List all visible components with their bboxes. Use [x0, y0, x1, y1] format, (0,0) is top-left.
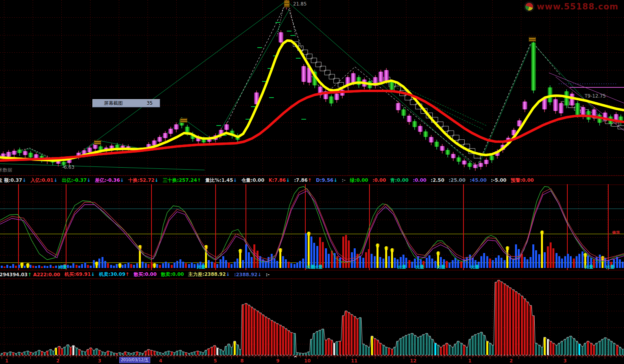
- indicator-value: 青:0.00: [390, 177, 408, 184]
- screenshot-tool-box[interactable]: 屏幕截图 35: [92, 99, 160, 107]
- axis-tick: [404, 356, 404, 359]
- volume-ratio-tag: 比量: [314, 264, 323, 270]
- axis-tick: [237, 356, 238, 358]
- time-axis-panel[interactable]: 12345891011121232010/03/12/五^: [0, 356, 624, 364]
- indicator-value: 机买:69.91↓: [65, 271, 95, 278]
- axis-tick: [99, 356, 100, 358]
- axis-tick: [271, 356, 272, 358]
- indicator-value: 仓量:0.00: [241, 177, 264, 184]
- axis-tick: [513, 356, 513, 358]
- trend-arrow-icon: ↓: [226, 272, 230, 277]
- axis-tick: [530, 356, 530, 358]
- trend-arrow-icon: ↓: [54, 177, 57, 183]
- indicator-value: :7.86↑: [294, 177, 312, 183]
- axis-tick: [289, 356, 289, 359]
- trend-arrow-icon: ↑: [126, 272, 129, 277]
- volume-ratio-tag: 比量: [606, 264, 615, 270]
- axis-tick: [94, 356, 94, 358]
- indicator-value: 差亿:-0.36↓: [95, 177, 124, 184]
- indicator-value: 散卖:0.00: [161, 271, 184, 278]
- axis-tick: [220, 356, 220, 358]
- axis-tick: [340, 356, 341, 358]
- axis-tick: [48, 356, 48, 358]
- axis-tick: [421, 356, 421, 358]
- kdj-magenta: [0, 191, 624, 262]
- axis-tick: [209, 356, 209, 358]
- axis-tick: [7, 356, 8, 358]
- axis-tick: [214, 356, 214, 358]
- axis-tick: [30, 356, 31, 359]
- axis-tick: [203, 356, 203, 359]
- axis-tick: [576, 356, 576, 359]
- axis-tick: [507, 356, 508, 358]
- axis-tick: [323, 356, 324, 358]
- indicator-value: :2388.92↓: [234, 272, 262, 277]
- axis-tick: [426, 356, 427, 358]
- axis-tick: [386, 356, 387, 358]
- indicator-value: A222:0.00: [33, 272, 60, 277]
- axis-tick: [329, 356, 329, 358]
- axis-tick: [231, 356, 232, 359]
- candlestick-chart-panel[interactable]: [0, 0, 624, 176]
- axis-label: 11: [351, 358, 358, 364]
- kdj-crimson: [0, 188, 624, 259]
- axis-tick: [300, 356, 301, 358]
- peak-price-label: 21.85: [293, 1, 306, 7]
- indicator-status-row-1: 盘额:0.37↓入亿:0.01↓出亿:-0.37↓差亿:-0.36↓十换:52.…: [0, 176, 624, 185]
- axis-tick: [116, 356, 117, 359]
- axis-tick: [381, 356, 381, 358]
- indicator-value: :-: [266, 272, 270, 277]
- axis-tick: [524, 356, 525, 358]
- axis-tick: [335, 356, 335, 358]
- axis-tick: [467, 356, 467, 358]
- zero-baseline: [0, 355, 624, 355]
- axis-tick: [24, 356, 25, 358]
- volume-ratio-tag: 比量: [585, 264, 593, 270]
- volume-ratio-indicator-panel[interactable]: 倍倍倍倍倍倍倍倍倍倍倍倍倍倍倍倍倍倍比量比量比量比量比量比量比量比量比量比量修筑: [0, 184, 624, 270]
- indicator-value: 机卖:30.09↑: [99, 271, 129, 278]
- axis-tick: [547, 356, 548, 359]
- bar-top-envelope-line: [1, 280, 624, 353]
- axis-tick: [553, 356, 554, 358]
- indicator-status-row-2: :294394.03↑A222:0.00机买:69.91↓机卖:30.09↑散买…: [0, 270, 624, 279]
- axis-tick: [191, 356, 192, 358]
- volume-ratio-tag: 比量: [415, 264, 424, 270]
- axis-tick: [587, 356, 588, 358]
- axis-label: 8: [240, 358, 244, 364]
- indicator-value: 散买:0.00: [134, 271, 157, 278]
- axis-tick: [260, 356, 260, 359]
- axis-tick: [76, 356, 77, 358]
- indicator-value: :294394.03↑: [0, 272, 31, 277]
- axis-tick: [484, 356, 484, 358]
- axis-tick: [622, 356, 622, 358]
- corner-text: 米数据: [0, 167, 12, 174]
- indicator-value: 盘: [0, 177, 2, 184]
- trend-arrow-icon: ↓: [233, 177, 237, 183]
- axis-tick: [168, 356, 168, 358]
- axis-tick: [438, 356, 439, 358]
- axis-tick: [82, 356, 82, 358]
- current-date-box[interactable]: 2010/03/12/五: [119, 357, 150, 363]
- axis-tick: [2, 356, 2, 359]
- axis-tick: [254, 356, 255, 358]
- indicator-value: :45.00: [470, 177, 487, 183]
- axis-tick: [611, 356, 611, 358]
- axis-tick: [157, 356, 157, 358]
- screenshot-tool-label: 屏幕截图: [104, 100, 147, 107]
- indicator-value: D:9.56↓: [316, 177, 337, 183]
- low-price-label: -6.63: [62, 164, 74, 170]
- axis-tick: [346, 356, 347, 359]
- axis-tick: [283, 356, 283, 358]
- axis-tick: [249, 356, 249, 358]
- axis-tick: [501, 356, 502, 358]
- axis-tick: [111, 356, 111, 358]
- axis-tick: [392, 356, 393, 358]
- axis-tick: [519, 356, 519, 359]
- axis-label: 1: [468, 358, 471, 364]
- axis-tick: [444, 356, 444, 358]
- axis-tick: [473, 356, 473, 358]
- axis-tick: [358, 356, 358, 358]
- main-force-indicator-panel[interactable]: [0, 278, 624, 356]
- axis-label: 12: [410, 358, 417, 364]
- axis-tick: [70, 356, 71, 358]
